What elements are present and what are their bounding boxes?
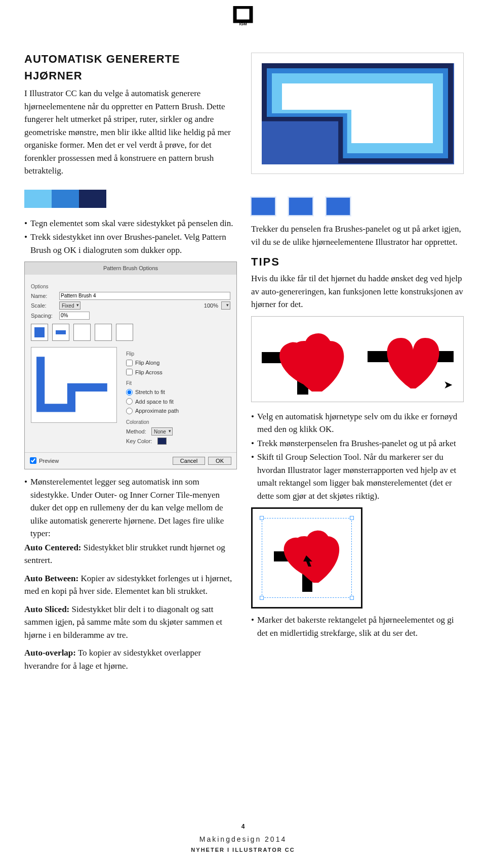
auto-sliced-line: Auto Sliced: Sidestykket blir delt i to … bbox=[24, 603, 237, 642]
flip-across-label: Flip Across bbox=[135, 368, 163, 377]
name-label: Name: bbox=[31, 292, 56, 300]
preview-label: Preview bbox=[39, 457, 59, 465]
heart-overlapping bbox=[262, 324, 348, 395]
scale-dropdown[interactable]: Fixed bbox=[59, 301, 80, 310]
end-tile-thumb[interactable] bbox=[95, 324, 112, 341]
tile-row bbox=[251, 197, 464, 215]
fit-stretch-radio[interactable] bbox=[126, 389, 133, 396]
svg-rect-5 bbox=[368, 351, 389, 362]
cancel-button[interactable]: Cancel bbox=[173, 457, 205, 465]
fit-addspace-radio[interactable] bbox=[126, 398, 133, 405]
side-tile-thumb[interactable] bbox=[52, 324, 69, 341]
name-input[interactable] bbox=[59, 292, 230, 300]
keycolor-swatch[interactable] bbox=[157, 438, 167, 445]
section-heading: AUTOMATISK GENERERTE HJØRNER bbox=[24, 51, 237, 84]
right-steps-list: Velg en automatisk hjørnetype selv om du… bbox=[251, 410, 464, 503]
corner-brush-figure bbox=[251, 53, 464, 174]
swatch-mid bbox=[52, 190, 79, 208]
tips-paragraph: Hvis du ikke får til det hjørnet du hadd… bbox=[251, 272, 464, 311]
list-item: Mønsterelementet legger seg automatisk i… bbox=[24, 475, 237, 540]
corner-tile-thumb[interactable] bbox=[31, 324, 48, 341]
tile-thumbnails bbox=[31, 324, 230, 341]
flip-along-label: Flip Along bbox=[135, 359, 159, 367]
svg-text:➤: ➤ bbox=[443, 378, 453, 391]
method-dropdown[interactable]: None bbox=[151, 427, 173, 436]
options-label: Options bbox=[31, 283, 230, 290]
fit-approx-radio[interactable] bbox=[126, 408, 133, 414]
list-item: Tegn elementet som skal være sidestykket… bbox=[24, 217, 237, 230]
auto-sliced-label: Auto Sliced: bbox=[24, 604, 69, 614]
flip-label: Flip bbox=[126, 350, 230, 358]
intro-paragraph: I Illustrator CC kan du velge å automati… bbox=[24, 87, 237, 178]
logo-text: IGM bbox=[239, 22, 247, 26]
steps-list-bottom: Mønsterelementet legger seg automatisk i… bbox=[24, 475, 237, 540]
scale-percent: 100% bbox=[204, 301, 218, 310]
fit-addspace-label: Add space to fit bbox=[135, 398, 174, 406]
auto-overlap-label: Auto-overlap: bbox=[24, 648, 76, 658]
svg-rect-0 bbox=[235, 7, 251, 21]
start-tile-thumb[interactable] bbox=[73, 324, 91, 341]
pattern-brush-options-panel: Pattern Brush Options Options Name: Scal… bbox=[24, 262, 237, 469]
preview-checkbox[interactable] bbox=[30, 457, 36, 464]
svg-rect-2 bbox=[56, 330, 66, 334]
swatch-light bbox=[24, 190, 52, 208]
steps-list-top: Tegn elementet som skal være sidestykket… bbox=[24, 217, 237, 257]
hearts-figure: ➤ bbox=[251, 316, 464, 402]
trekker-paragraph: Trekker du penselen fra Brushes-panelet … bbox=[251, 223, 464, 248]
list-item: Trekk mønsterpenselen fra Brushes-panele… bbox=[251, 437, 464, 450]
flip-across-checkbox[interactable] bbox=[126, 369, 133, 375]
auto-overlap-line: Auto-overlap: To kopier av sidestykket o… bbox=[24, 646, 237, 672]
tile-thumb bbox=[326, 197, 350, 215]
scale-pct-stepper[interactable] bbox=[221, 301, 230, 310]
page-footer: 4 Makingdesign 2014 NYHETER I ILLUSTRATO… bbox=[0, 822, 486, 854]
swatch-strip bbox=[24, 190, 237, 208]
heart-single: ➤ bbox=[368, 324, 454, 395]
list-item: Skift til Group Selection Tool. Når du m… bbox=[251, 451, 464, 502]
flip-along-checkbox[interactable] bbox=[126, 360, 133, 366]
svg-rect-1 bbox=[34, 327, 45, 337]
scale-label: Scale: bbox=[31, 301, 56, 310]
spacing-label: Spacing: bbox=[31, 312, 56, 320]
brush-preview bbox=[31, 347, 117, 423]
tile-thumb bbox=[289, 197, 313, 215]
coloration-label: Coloration bbox=[126, 418, 230, 426]
fit-label: Fit bbox=[126, 379, 230, 387]
panel-title: Pattern Brush Options bbox=[25, 262, 236, 275]
igm-logo: IGM bbox=[233, 6, 253, 26]
fit-stretch-label: Stretch to fit bbox=[135, 388, 165, 397]
tips-heading: TIPS bbox=[251, 253, 464, 270]
swatch-dark bbox=[79, 190, 106, 208]
auto-centered-label: Auto Centered: bbox=[24, 543, 82, 552]
method-label: Method: bbox=[126, 427, 148, 436]
ok-button[interactable]: OK bbox=[208, 457, 231, 465]
fit-approx-label: Approximate path bbox=[135, 407, 179, 415]
list-item: Marker det bakerste rektangelet på hjørn… bbox=[251, 614, 464, 639]
tile-thumb bbox=[251, 197, 275, 215]
auto-between-line: Auto Between: Kopier av sidestykket forl… bbox=[24, 572, 237, 598]
keycolor-label: Key Color: bbox=[126, 437, 154, 446]
auto-between-label: Auto Between: bbox=[24, 574, 78, 583]
footer-line2: NYHETER I ILLUSTRATOR CC bbox=[0, 846, 486, 854]
page-number: 4 bbox=[0, 822, 486, 831]
heart-selection-figure bbox=[251, 507, 362, 609]
list-item: Trekk sidestykket inn over Brushes-panel… bbox=[24, 231, 237, 256]
spacing-input[interactable] bbox=[59, 312, 90, 320]
auto-centered-line: Auto Centered: Sidestykket blir strukket… bbox=[24, 541, 237, 567]
list-item: Velg en automatisk hjørnetype selv om du… bbox=[251, 410, 464, 436]
footer-line1: Makingdesign 2014 bbox=[0, 834, 486, 845]
inner-tile-thumb[interactable] bbox=[116, 324, 133, 341]
right-last-list: Marker det bakerste rektangelet på hjørn… bbox=[251, 614, 464, 639]
